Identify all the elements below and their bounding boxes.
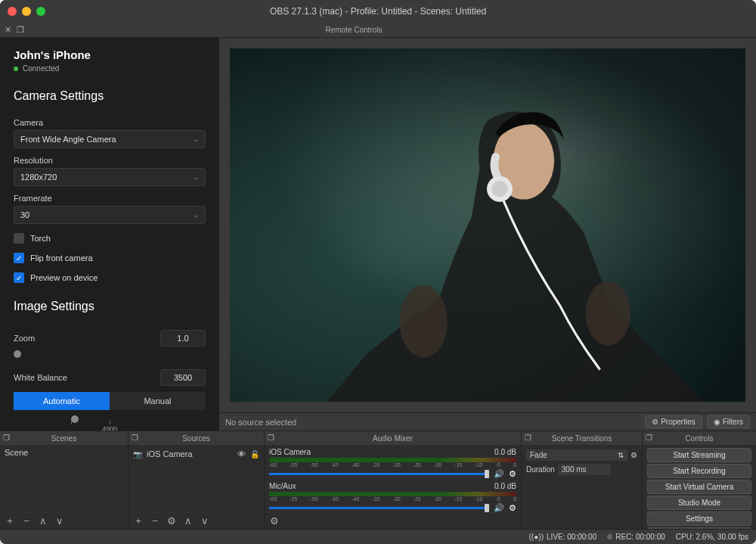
sources-heading: Sources [182,434,210,443]
device-name: John's iPhone [14,48,206,61]
scene-down-button[interactable]: ∨ [54,515,65,527]
gear-icon[interactable]: ⚙ [631,451,637,459]
camera-label: Camera [14,118,206,127]
wb-tick-label: 4900 [102,425,117,431]
add-source-button[interactable]: + [133,515,144,527]
zoom-input[interactable]: 1.0 [160,330,206,347]
properties-button[interactable]: ⚙Properties [645,415,702,428]
bottom-docks: ❐Scenes Scene + − ∧ ∨ ❐Sources 📷 iOS Cam… [0,431,756,529]
source-up-button[interactable]: ∧ [183,515,194,527]
preview-checkbox[interactable]: ✓ [14,272,24,283]
maximize-window-icon[interactable] [36,7,45,16]
resolution-select[interactable]: 1280x720 ⌄ [14,168,206,186]
close-window-icon[interactable] [8,7,17,16]
mixer-channel-mic: Mic/Aux0.0 dB -60-55-50-45-40-35-30-25-2… [269,482,516,512]
scene-up-button[interactable]: ∧ [38,515,48,527]
window-title: OBS 27.1.3 (mac) - Profile: Untitled - S… [270,6,486,17]
mixer-channel-ios: iOS Camera0.0 dB -60-55-50-45-40-35-30-2… [269,448,516,479]
eye-icon[interactable]: 👁 [237,449,246,459]
mixer-footer: ⚙ [265,512,521,529]
audio-mixer-panel: ❐Audio Mixer iOS Camera0.0 dB -60-55-50-… [265,431,522,529]
sources-panel: ❐Sources 📷 iOS Camera 👁 🔓 + − ⚙ ∧ ∨ [129,431,265,529]
scene-item[interactable]: Scene [5,448,123,457]
popout-icon[interactable]: ❐ [525,434,534,443]
framerate-select[interactable]: 30 ⌄ [14,206,206,224]
camera-select[interactable]: Front Wide Angle Camera ⌄ [14,130,206,148]
cpu-status: CPU: 2.6%, 30.00 fps [676,533,748,541]
speaker-icon[interactable]: 🔊 [494,503,504,512]
settings-button[interactable]: Settings [647,511,751,526]
resolution-label: Resolution [14,156,206,165]
dock-title: Remote Controls [0,26,756,34]
volume-slider[interactable] [269,473,489,475]
chevron-down-icon: ⌄ [193,135,199,143]
speaker-icon[interactable]: 🔊 [494,469,504,479]
svg-point-5 [491,181,507,197]
duration-input[interactable]: 300 ms [558,464,611,475]
popout-icon[interactable]: ❐ [646,434,655,443]
lock-icon[interactable]: 🔓 [250,450,259,459]
scenes-heading: Scenes [51,434,76,443]
popout-icon[interactable]: ❐ [268,434,277,443]
volume-slider[interactable] [269,507,489,509]
torch-checkbox[interactable] [14,233,24,244]
gear-icon[interactable]: ⚙ [509,503,516,512]
start-streaming-button[interactable]: Start Streaming [647,448,751,462]
mixer-settings-button[interactable]: ⚙ [269,515,280,527]
wb-input[interactable]: 3500 [160,369,206,386]
remove-scene-button[interactable]: − [21,515,32,527]
image-settings-heading: Image Settings [14,300,206,313]
preview-canvas[interactable] [230,48,745,402]
camera-settings-heading: Camera Settings [14,89,206,103]
svg-point-7 [585,281,630,346]
source-item[interactable]: 📷 iOS Camera 👁 🔓 [133,448,259,460]
scenes-panel: ❐Scenes Scene + − ∧ ∨ [0,431,129,529]
dock-toolbar: ✕ ❐ Remote Controls [0,23,756,38]
gear-icon[interactable]: ⚙ [509,469,516,479]
connection-dot-icon [14,67,18,71]
popout-icon[interactable]: ❐ [3,434,12,443]
connection-status: Connected [14,64,206,73]
svg-point-6 [399,285,448,358]
app-window: OBS 27.1.3 (mac) - Profile: Untitled - S… [0,0,756,544]
framerate-label: Framerate [14,194,206,203]
channel-db: 0.0 dB [494,482,516,490]
chevron-down-icon: ⌄ [193,173,199,181]
start-recording-button[interactable]: Start Recording [647,464,751,478]
transition-select[interactable]: Fade⇅ [526,449,627,461]
preview-checkbox-row[interactable]: ✓ Preview on device [14,272,206,283]
add-scene-button[interactable]: + [5,515,15,527]
flip-checkbox-row[interactable]: ✓ Flip front camera [14,253,206,263]
flip-checkbox[interactable]: ✓ [14,253,24,263]
popout-icon[interactable]: ❐ [132,434,141,443]
rec-status: REC: 00:00:00 [607,533,665,541]
studio-mode-button[interactable]: Studio Mode [647,496,751,510]
no-source-label: No source selected [225,418,640,427]
controls-panel: ❐Controls Start Streaming Start Recordin… [643,431,756,529]
torch-label: Torch [30,234,51,243]
filters-icon: ◉ [714,418,720,426]
resolution-value: 1280x720 [20,173,57,182]
wb-mode-segmented: Automatic Manual [14,392,206,410]
filters-button[interactable]: ◉Filters [707,415,750,428]
minimize-window-icon[interactable] [22,7,31,16]
framerate-value: 30 [20,210,29,219]
torch-checkbox-row[interactable]: Torch [14,233,206,244]
status-bar: ((●))LIVE: 00:00:00 REC: 00:00:00 CPU: 2… [0,529,756,544]
start-virtual-camera-button[interactable]: Start Virtual Camera [647,480,751,494]
camera-value: Front Wide Angle Camera [20,135,116,144]
controls-heading: Controls [685,434,713,443]
wb-manual-button[interactable]: Manual [110,392,206,410]
source-down-button[interactable]: ∨ [200,515,210,527]
channel-label: Mic/Aux [269,482,296,490]
remove-source-button[interactable]: − [150,515,160,527]
source-props-button[interactable]: ⚙ [166,515,177,527]
transitions-heading: Scene Transitions [552,434,612,443]
connection-label: Connected [23,64,59,73]
camera-icon: 📷 [133,450,142,459]
wb-automatic-button[interactable]: Automatic [14,392,110,410]
channel-db: 0.0 dB [494,448,516,456]
transitions-panel: ❐Scene Transitions Fade⇅ ⚙ Duration 300 … [522,431,643,529]
live-status: ((●))LIVE: 00:00:00 [529,533,597,541]
duration-label: Duration [526,465,555,474]
